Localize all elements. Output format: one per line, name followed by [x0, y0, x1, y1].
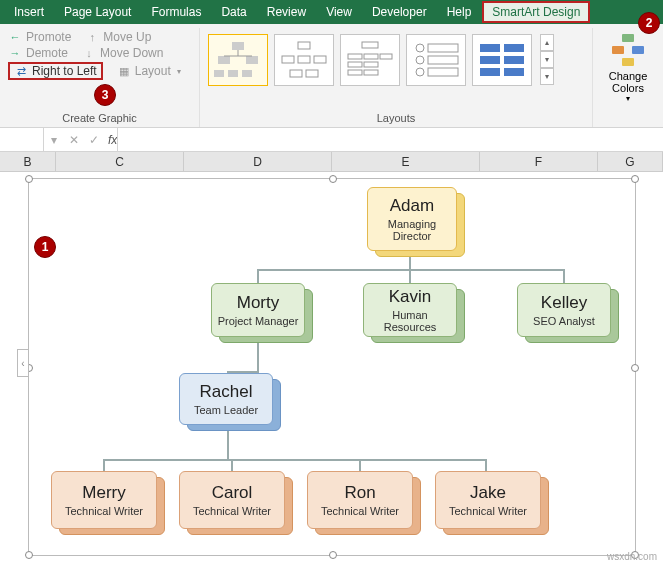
chevron-down-icon: ▾	[626, 94, 630, 103]
formula-bar: ▾ ✕ ✓ fx	[0, 128, 663, 152]
fx-label[interactable]: fx	[104, 133, 117, 147]
tab-developer[interactable]: Developer	[362, 1, 437, 23]
move-down-icon: ↓	[82, 46, 96, 60]
svg-rect-30	[480, 56, 500, 64]
svg-rect-1	[218, 56, 230, 64]
org-node-adam[interactable]: Adam Managing Director	[367, 187, 457, 251]
svg-rect-27	[428, 68, 458, 76]
promote-icon: ←	[8, 30, 22, 44]
layout-option-1[interactable]	[208, 34, 268, 86]
col-G[interactable]: G	[598, 152, 663, 171]
svg-rect-15	[348, 54, 362, 59]
group-change-colors: Change Colors ▾	[593, 28, 663, 127]
org-chart: Adam Managing Director Morty Project Man…	[29, 179, 635, 555]
layout-option-3[interactable]	[340, 34, 400, 86]
layouts-more[interactable]: ▾	[540, 68, 554, 85]
org-node-carol[interactable]: Carol Technical Writer	[179, 471, 285, 529]
layouts-scroll-down[interactable]: ▾	[540, 51, 554, 68]
svg-rect-36	[632, 46, 644, 54]
layout-icon: ▦	[117, 64, 131, 78]
svg-rect-12	[290, 70, 302, 77]
tab-smartart-design[interactable]: SmartArt Design	[482, 1, 590, 23]
node-name: Carol	[212, 483, 253, 503]
svg-rect-32	[480, 68, 500, 76]
org-node-ron[interactable]: Ron Technical Writer	[307, 471, 413, 529]
promote-button[interactable]: ←Promote	[8, 30, 71, 44]
node-role: Technical Writer	[193, 505, 271, 517]
node-name: Kavin	[389, 287, 432, 307]
demote-button[interactable]: →Demote	[8, 46, 68, 60]
svg-rect-23	[428, 44, 458, 52]
node-role: Technical Writer	[449, 505, 527, 517]
smartart-selection-frame[interactable]: ‹ Adam Managing Director	[28, 178, 636, 556]
callout-3: 3	[94, 84, 116, 106]
tab-insert[interactable]: Insert	[4, 1, 54, 23]
node-name: Ron	[344, 483, 375, 503]
col-D[interactable]: D	[184, 152, 332, 171]
change-colors-button[interactable]: Change Colors ▾	[601, 30, 655, 107]
col-F[interactable]: F	[480, 152, 598, 171]
org-node-morty[interactable]: Morty Project Manager	[211, 283, 305, 337]
move-down-button[interactable]: ↓Move Down	[82, 46, 163, 60]
org-node-jake[interactable]: Jake Technical Writer	[435, 471, 541, 529]
tab-formulas[interactable]: Formulas	[141, 1, 211, 23]
svg-rect-17	[380, 54, 392, 59]
layout-option-5[interactable]	[472, 34, 532, 86]
node-name: Rachel	[200, 382, 253, 402]
demote-icon: →	[8, 46, 22, 60]
svg-rect-8	[298, 42, 310, 49]
name-box[interactable]	[0, 128, 44, 151]
enter-formula-icon[interactable]: ✓	[84, 128, 104, 151]
formula-input[interactable]	[117, 128, 663, 151]
node-name: Jake	[470, 483, 506, 503]
name-box-dropdown[interactable]: ▾	[44, 128, 64, 151]
cancel-formula-icon[interactable]: ✕	[64, 128, 84, 151]
layout-button[interactable]: ▦Layout▾	[117, 62, 181, 80]
org-node-rachel[interactable]: Rachel Team Leader	[179, 373, 273, 425]
tab-help[interactable]: Help	[437, 1, 482, 23]
svg-rect-20	[348, 70, 362, 75]
move-up-button[interactable]: ↑Move Up	[85, 30, 151, 44]
create-graphic-label: Create Graphic	[8, 109, 191, 127]
node-name: Kelley	[541, 293, 587, 313]
org-node-kelley[interactable]: Kelley SEO Analyst	[517, 283, 611, 337]
node-role: Human Resources	[368, 309, 452, 333]
layout-thumb-icon	[346, 40, 394, 80]
svg-rect-29	[504, 44, 524, 52]
svg-rect-13	[306, 70, 318, 77]
layout-option-2[interactable]	[274, 34, 334, 86]
worksheet-canvas[interactable]: ‹ Adam Managing Director	[0, 172, 663, 566]
svg-rect-37	[622, 58, 634, 66]
tab-view[interactable]: View	[316, 1, 362, 23]
ribbon-tabs: Insert Page Layout Formulas Data Review …	[0, 0, 663, 24]
svg-point-26	[416, 68, 424, 76]
col-E[interactable]: E	[332, 152, 480, 171]
svg-rect-34	[622, 34, 634, 42]
tab-review[interactable]: Review	[257, 1, 316, 23]
node-role: SEO Analyst	[533, 315, 595, 327]
layout-option-4[interactable]	[406, 34, 466, 86]
node-name: Adam	[390, 196, 434, 216]
right-to-left-button[interactable]: ⇄ Right to Left	[8, 62, 103, 80]
org-node-kavin[interactable]: Kavin Human Resources	[363, 283, 457, 337]
node-role: Team Leader	[194, 404, 258, 416]
svg-rect-11	[314, 56, 326, 63]
col-C[interactable]: C	[56, 152, 184, 171]
tab-data[interactable]: Data	[211, 1, 256, 23]
node-role: Technical Writer	[321, 505, 399, 517]
text-pane-toggle[interactable]: ‹	[17, 349, 29, 377]
svg-rect-18	[348, 62, 362, 67]
node-name: Morty	[237, 293, 280, 313]
svg-rect-3	[214, 70, 224, 77]
layout-thumb-icon	[478, 40, 526, 80]
tab-page-layout[interactable]: Page Layout	[54, 1, 141, 23]
col-B[interactable]: B	[0, 152, 56, 171]
group-create-graphic: ←Promote ↑Move Up →Demote ↓Move Down ⇄ R…	[0, 28, 200, 127]
layouts-scroll-up[interactable]: ▴	[540, 34, 554, 51]
org-node-merry[interactable]: Merry Technical Writer	[51, 471, 157, 529]
svg-point-24	[416, 56, 424, 64]
watermark: wsxdn.com	[607, 551, 657, 562]
right-to-left-icon: ⇄	[14, 64, 28, 78]
svg-rect-0	[232, 42, 244, 50]
layout-thumb-icon	[214, 40, 262, 80]
